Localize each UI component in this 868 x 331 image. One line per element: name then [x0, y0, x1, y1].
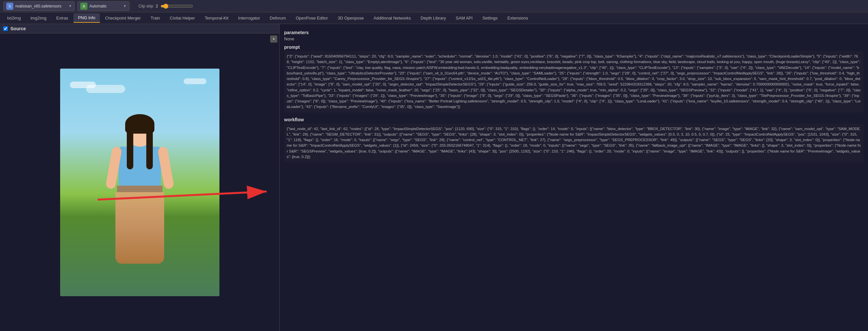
main-content: Source ×: [0, 24, 868, 331]
preview-image: [60, 69, 219, 296]
parameters-label: parameters: [284, 30, 863, 35]
image-container: ×: [0, 33, 279, 331]
tab-interrogator[interactable]: Interrogator: [234, 14, 265, 23]
clip-skip-area: Clip skip 2: [138, 4, 193, 9]
top-bar: S realisisan_v60.safetensors ▼ A Automat…: [0, 0, 868, 12]
tab-pnginfo[interactable]: PNG Info: [73, 13, 100, 23]
source-checkbox[interactable]: [3, 26, 8, 31]
prompt-content: {"3": {"inputs": {"seed": 81604095679411…: [284, 51, 863, 113]
tab-extensions[interactable]: Extensions: [503, 14, 533, 23]
clip-skip-slider[interactable]: [161, 4, 193, 9]
close-button[interactable]: ×: [270, 35, 277, 42]
auto-label: Automatic: [89, 4, 121, 8]
tab-settings[interactable]: Settings: [478, 14, 502, 23]
parameters-value: None: [284, 36, 863, 41]
model-icon: S: [6, 3, 13, 10]
model-name: realisisan_v60.safetensors: [15, 4, 67, 8]
prompt-label: prompt: [284, 44, 863, 50]
left-panel: Source ×: [0, 24, 280, 331]
nav-tabs: txt2img img2img Extras PNG Info Checkpoi…: [0, 12, 868, 24]
chevron-down-icon: ▼: [69, 4, 72, 8]
clip-skip-value: 2: [156, 4, 158, 8]
tab-addnets[interactable]: Additional Networks: [369, 14, 415, 23]
auto-select[interactable]: A Automatic ▼: [78, 1, 129, 11]
tab-checkpoint[interactable]: Checkpoint Merger: [100, 14, 145, 23]
source-label: Source: [10, 26, 26, 31]
tab-txt2img[interactable]: txt2img: [3, 14, 25, 23]
tab-img2img[interactable]: img2img: [26, 14, 51, 23]
workflow-label: workflow: [284, 117, 863, 122]
model-select[interactable]: S realisisan_v60.safetensors ▼: [3, 1, 75, 11]
tab-civitai[interactable]: Civitai Helper: [165, 14, 199, 23]
tab-train[interactable]: Train: [146, 14, 164, 23]
tab-deforum[interactable]: Deforum: [265, 14, 291, 23]
tab-3dopenpose[interactable]: 3D Openpose: [333, 14, 368, 23]
clip-skip-label: Clip skip: [138, 4, 153, 8]
auto-chevron-icon: ▼: [123, 4, 126, 8]
tab-temporal[interactable]: Temporal-Kit: [200, 14, 233, 23]
tab-samapi[interactable]: SAM API: [451, 14, 477, 23]
tab-extras[interactable]: Extras: [52, 14, 73, 23]
source-bar: Source: [0, 24, 279, 33]
auto-icon: A: [80, 3, 88, 10]
right-panel[interactable]: parameters None prompt {"3": {"inputs": …: [280, 24, 868, 331]
tab-openpose[interactable]: OpenPose Editor: [291, 14, 333, 23]
workflow-content: {"last_node_id": 42, "last_link_id": 62,…: [284, 124, 863, 162]
tab-depthlibrary[interactable]: Depth Library: [416, 14, 451, 23]
